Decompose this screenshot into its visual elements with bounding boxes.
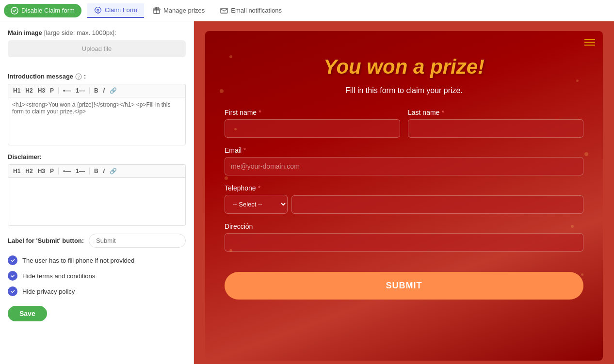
decor-dot bbox=[229, 249, 232, 252]
list-button[interactable]: •— bbox=[61, 86, 73, 95]
first-name-input[interactable] bbox=[225, 119, 400, 138]
toolbar-divider-2 bbox=[89, 87, 90, 94]
h1-button[interactable]: H1 bbox=[11, 86, 22, 95]
phone-select[interactable]: -- Select -- bbox=[225, 195, 288, 214]
d-divider-2 bbox=[89, 168, 90, 174]
terms-toggle[interactable] bbox=[8, 271, 17, 281]
direccion-input[interactable] bbox=[225, 233, 583, 252]
d-list-button[interactable]: •— bbox=[61, 167, 73, 175]
required-asterisk-3: * bbox=[243, 146, 246, 154]
gift-icon bbox=[153, 7, 161, 15]
intro-message-label: Introduction message ? : bbox=[8, 73, 186, 80]
required-asterisk-2: * bbox=[441, 109, 444, 116]
d-divider bbox=[58, 168, 59, 174]
manage-prizes-tab[interactable]: Manage prizes bbox=[146, 4, 211, 17]
name-row: First name * Last name * bbox=[225, 109, 583, 138]
email-group: Email * bbox=[225, 146, 583, 175]
d-h2-button[interactable]: H2 bbox=[23, 167, 34, 175]
disclaimer-content[interactable] bbox=[8, 177, 186, 226]
ordered-list-button[interactable]: 1— bbox=[74, 86, 87, 95]
intro-content[interactable]: <h1><strong>You won a {prize}!</strong><… bbox=[8, 97, 186, 145]
submit-label-field-label: Label for 'Submit' button: bbox=[8, 237, 84, 244]
direccion-label: Dirección bbox=[225, 222, 583, 230]
intro-message-section: Introduction message ? : H1 H2 H3 P •— 1… bbox=[8, 73, 186, 145]
submit-label-input[interactable] bbox=[89, 234, 186, 248]
left-panel: Main image [large side: max. 1000px]: Up… bbox=[0, 21, 194, 364]
decor-dot bbox=[229, 55, 232, 58]
prize-subtitle: Fill in this form to claim your prize. bbox=[225, 86, 583, 95]
required-asterisk-4: * bbox=[258, 184, 260, 192]
decor-dot bbox=[234, 128, 237, 130]
telephone-label: Telephone * bbox=[225, 184, 583, 192]
svg-rect-4 bbox=[221, 8, 227, 13]
privacy-toggle[interactable] bbox=[8, 286, 17, 296]
disclaimer-section: Disclaimer: H1 H2 H3 P •— 1— B I 🔗 bbox=[8, 153, 186, 226]
svg-text:?: ? bbox=[77, 75, 80, 79]
phone-input-row: -- Select -- bbox=[225, 195, 583, 214]
menu-line bbox=[584, 45, 595, 46]
telephone-row: Telephone * -- Select -- bbox=[225, 184, 583, 214]
email-row: Email * bbox=[225, 146, 583, 175]
telephone-group: Telephone * -- Select -- bbox=[225, 184, 583, 214]
toggle-terms-row: Hide terms and conditions bbox=[8, 271, 186, 281]
privacy-toggle-label: Hide privacy policy bbox=[22, 288, 75, 295]
phone-toggle[interactable] bbox=[8, 255, 17, 265]
disclaimer-toolbar: H1 H2 H3 P •— 1— B I 🔗 bbox=[8, 164, 186, 177]
save-button[interactable]: Save bbox=[8, 306, 47, 321]
menu-line bbox=[584, 42, 595, 43]
disclaimer-label: Disclaimer: bbox=[8, 153, 186, 160]
gear-icon bbox=[94, 6, 102, 14]
right-preview-panel: You won a prize! Fill in this form to cl… bbox=[194, 21, 614, 364]
last-name-input[interactable] bbox=[408, 119, 583, 138]
check-icon bbox=[10, 258, 15, 263]
first-name-label: First name * bbox=[225, 109, 400, 116]
d-ordered-list-button[interactable]: 1— bbox=[74, 167, 87, 175]
decor-dot bbox=[571, 225, 574, 228]
last-name-label: Last name * bbox=[408, 109, 583, 116]
menu-line bbox=[584, 39, 595, 40]
main-image-label: Main image [large side: max. 1000px]: bbox=[8, 29, 186, 36]
email-icon bbox=[220, 7, 228, 15]
help-icon: ? bbox=[75, 73, 82, 80]
upload-file-button[interactable]: Upload file bbox=[8, 40, 186, 57]
link-button[interactable]: 🔗 bbox=[108, 86, 119, 95]
last-name-group: Last name * bbox=[408, 109, 583, 138]
italic-button[interactable]: I bbox=[101, 86, 107, 95]
decor-dot bbox=[581, 273, 583, 276]
claim-form-tab[interactable]: Claim Form bbox=[87, 3, 144, 18]
main-layout: Main image [large side: max. 1000px]: Up… bbox=[0, 21, 614, 364]
d-italic-button[interactable]: I bbox=[101, 167, 107, 175]
h2-button[interactable]: H2 bbox=[23, 86, 34, 95]
hamburger-menu[interactable] bbox=[584, 39, 595, 46]
top-navigation: Disable Claim form Claim Form Manage pri… bbox=[0, 0, 614, 21]
decor-dot bbox=[576, 79, 579, 82]
toolbar-divider bbox=[58, 87, 59, 94]
h3-button[interactable]: H3 bbox=[36, 86, 47, 95]
email-label: Email * bbox=[225, 146, 583, 154]
d-p-button[interactable]: P bbox=[48, 167, 56, 175]
toggle-phone-row: The user has to fill phone if not provid… bbox=[8, 255, 186, 265]
p-button[interactable]: P bbox=[48, 86, 56, 95]
check-icon-2 bbox=[10, 273, 15, 278]
submit-label-row: Label for 'Submit' button: bbox=[8, 234, 186, 248]
preview-container: You won a prize! Fill in this form to cl… bbox=[205, 31, 603, 361]
prize-title: You won a prize! bbox=[225, 55, 583, 79]
d-bold-button[interactable]: B bbox=[92, 167, 100, 175]
circle-check-icon bbox=[11, 7, 18, 15]
email-notifications-tab[interactable]: Email notifications bbox=[213, 4, 289, 17]
main-image-section: Main image [large side: max. 1000px]: Up… bbox=[8, 29, 186, 65]
d-h3-button[interactable]: H3 bbox=[36, 167, 47, 175]
bold-button[interactable]: B bbox=[92, 86, 100, 95]
decor-dot bbox=[220, 89, 224, 93]
terms-toggle-label: Hide terms and conditions bbox=[22, 272, 95, 280]
d-h1-button[interactable]: H1 bbox=[11, 167, 22, 175]
submit-preview-button[interactable]: SUBMIT bbox=[225, 272, 583, 300]
required-asterisk: * bbox=[259, 109, 261, 116]
phone-toggle-label: The user has to fill phone if not provid… bbox=[22, 257, 134, 264]
decor-dot bbox=[584, 152, 588, 156]
email-input[interactable] bbox=[225, 157, 583, 175]
d-link-button[interactable]: 🔗 bbox=[108, 167, 119, 175]
disable-claim-form-button[interactable]: Disable Claim form bbox=[4, 4, 81, 17]
direccion-group: Dirección bbox=[225, 222, 583, 252]
phone-number-input[interactable] bbox=[291, 195, 583, 214]
